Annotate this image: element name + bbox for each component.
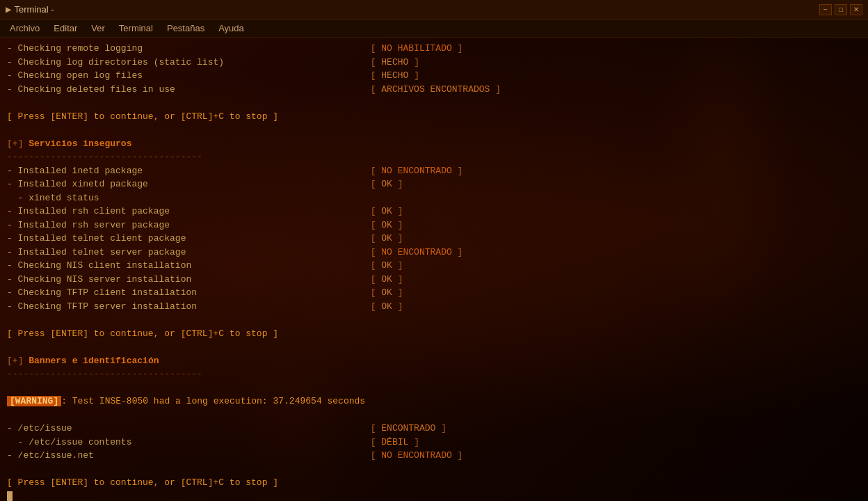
terminal-cursor (7, 491, 13, 501)
menu-pestanas[interactable]: Pestañas (160, 22, 211, 35)
section1-header: [+] Servicios inseguros (7, 137, 861, 151)
line-xinetd-status: - xinetd status (7, 191, 861, 205)
line-warning: [WARNING]: Test INSE-8050 had a long exe… (7, 395, 861, 408)
press-enter-2: [ Press [ENTER] to continue, or [CTRL]+C… (7, 327, 861, 341)
maximize-button[interactable]: □ (835, 4, 847, 15)
press-enter-3: [ Press [ENTER] to continue, or [CTRL]+C… (7, 476, 861, 490)
window-title: Terminal - (14, 4, 54, 15)
line-tftp-server: - Checking TFTP server installation [ OK… (7, 300, 861, 314)
line-inetd: - Installed inetd package [ NO ENCONTRAD… (7, 164, 861, 178)
terminal-body[interactable]: - Checking remote logging [ NO HABILITAD… (0, 38, 868, 501)
line-etc-issue-net: - /etc/issue.net [ NO ENCONTRADO ] (7, 449, 861, 463)
minimize-button[interactable]: − (819, 4, 832, 15)
line-log-directories: - Checking log directories (static list)… (7, 56, 861, 70)
window-controls: − □ ✕ (819, 4, 862, 15)
menu-ayuda[interactable]: Ayuda (211, 22, 251, 35)
line-blank-1 (7, 96, 861, 110)
menu-editar[interactable]: Editar (47, 22, 84, 35)
line-tftp-client: - Checking TFTP client installation [ OK… (7, 286, 861, 300)
menu-archivo[interactable]: Archivo (3, 22, 47, 35)
section2-divider: ------------------------------------ (7, 367, 861, 381)
line-remote-logging: - Checking remote logging [ NO HABILITAD… (7, 42, 861, 56)
close-button[interactable]: ✕ (850, 4, 862, 15)
menu-ver[interactable]: Ver (84, 22, 112, 35)
terminal-icon: ▶ (6, 3, 11, 15)
line-telnet-server: - Installed telnet server package [ NO E… (7, 246, 861, 260)
line-blank-5 (7, 381, 861, 395)
line-nis-client: - Checking NIS client installation [ OK … (7, 259, 861, 273)
section1-divider: ------------------------------------ (7, 150, 861, 164)
line-blank-3 (7, 313, 861, 327)
line-open-log: - Checking open log files [ HECHO ] (7, 69, 861, 83)
line-blank-4 (7, 340, 861, 354)
line-etc-issue: - /etc/issue [ ENCONTRADO ] (7, 422, 861, 436)
terminal-content[interactable]: - Checking remote logging [ NO HABILITAD… (0, 38, 868, 501)
menu-bar: Archivo Editar Ver Terminal Pestañas Ayu… (0, 19, 868, 38)
title-bar-left: ▶ Terminal - (6, 3, 54, 15)
line-blank-2 (7, 123, 861, 137)
line-rsh-client: - Installed rsh client package [ OK ] (7, 205, 861, 218)
line-blank-7 (7, 463, 861, 477)
cursor-line (7, 490, 861, 502)
line-blank-6 (7, 408, 861, 422)
line-deleted-files: - Checking deleted files in use [ ARCHIV… (7, 83, 861, 97)
menu-terminal[interactable]: Terminal (112, 22, 160, 35)
line-nis-server: - Checking NIS server installation [ OK … (7, 273, 861, 287)
title-bar: ▶ Terminal - − □ ✕ (0, 0, 868, 19)
press-enter-1: [ Press [ENTER] to continue, or [CTRL]+C… (7, 110, 861, 124)
line-telnet-client: - Installed telnet client package [ OK ] (7, 232, 861, 246)
line-rsh-server: - Installed rsh server package [ OK ] (7, 218, 861, 232)
line-etc-issue-contents: - /etc/issue contents [ DÉBIL ] (7, 436, 861, 450)
section2-header: [+] Banners e identificación (7, 354, 861, 368)
line-xinetd: - Installed xinetd package [ OK ] (7, 177, 861, 191)
